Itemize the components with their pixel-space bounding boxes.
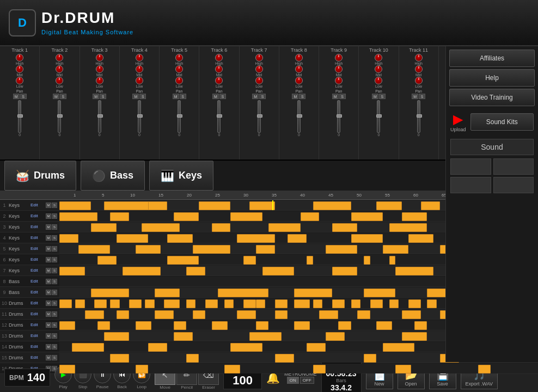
solo-btn-11[interactable]: S — [419, 94, 425, 99]
row-solo-9[interactable]: S — [52, 290, 57, 295]
block-10-7[interactable] — [164, 299, 180, 308]
block-11-3[interactable] — [155, 310, 174, 319]
block-10-9[interactable] — [205, 299, 218, 308]
metro-on[interactable]: ON — [287, 377, 299, 384]
row-mute-3[interactable]: M — [46, 224, 51, 230]
mid-knob-10[interactable] — [375, 65, 382, 73]
block-3-6[interactable] — [389, 223, 427, 232]
block-2-3[interactable] — [174, 212, 199, 221]
block-10-10[interactable] — [224, 299, 234, 308]
block-9-5[interactable] — [364, 289, 395, 297]
block-15-4[interactable] — [364, 354, 376, 363]
block-3-3[interactable] — [212, 223, 231, 232]
mute-btn-5[interactable]: M — [173, 94, 179, 99]
block-12-3[interactable] — [136, 321, 151, 330]
block-10-19[interactable] — [389, 299, 399, 308]
metro-off[interactable]: OFF — [300, 377, 314, 384]
fader-2[interactable] — [58, 100, 61, 133]
row-solo-6[interactable]: S — [52, 257, 57, 262]
seq-blocks-16[interactable] — [59, 364, 538, 373]
block-12-7[interactable] — [294, 321, 310, 330]
block-6-5[interactable] — [364, 256, 370, 265]
mid-knob-2[interactable] — [56, 65, 63, 73]
block-5-1[interactable] — [78, 245, 110, 254]
row-edit-2[interactable]: Edit — [30, 213, 46, 218]
row-mute-2[interactable]: M — [46, 213, 51, 219]
block-4-1[interactable] — [59, 234, 78, 243]
block-10-12[interactable] — [256, 299, 265, 308]
block-10-1[interactable] — [59, 299, 72, 308]
fader-10[interactable] — [377, 100, 380, 133]
row-solo-3[interactable]: S — [52, 224, 57, 230]
high-knob-6[interactable] — [215, 54, 223, 62]
block-10-18[interactable] — [370, 299, 383, 308]
block-10-16[interactable] — [332, 299, 345, 308]
row-solo-5[interactable]: S — [52, 246, 57, 252]
block-4-2[interactable] — [117, 234, 148, 243]
block-16-1[interactable] — [59, 365, 75, 373]
row-solo-2[interactable]: S — [52, 213, 57, 219]
sound-ctrl-2[interactable] — [493, 158, 534, 175]
sound-kits-button[interactable]: Sound Kits — [470, 113, 534, 131]
high-knob-11[interactable] — [415, 54, 423, 62]
block-7-1[interactable] — [59, 267, 85, 275]
mute-btn-1[interactable]: M — [13, 94, 20, 99]
block-10-17[interactable] — [351, 299, 360, 308]
high-knob-5[interactable] — [175, 54, 183, 62]
block-3-5[interactable] — [332, 223, 358, 232]
high-knob-8[interactable] — [295, 54, 303, 62]
block-16-4[interactable] — [313, 365, 326, 373]
block-11-2[interactable] — [117, 310, 129, 319]
block-10-20[interactable] — [408, 299, 421, 308]
block-9-4[interactable] — [294, 289, 332, 297]
sound-ctrl-3[interactable] — [450, 177, 491, 193]
block-15-3[interactable] — [275, 354, 294, 363]
fader-3[interactable] — [98, 100, 101, 133]
mid-knob-7[interactable] — [255, 65, 263, 73]
block-12-6[interactable] — [256, 321, 268, 330]
block-11-9[interactable] — [402, 310, 421, 319]
drums-button[interactable]: 🥁 Drums — [4, 161, 76, 191]
block-11-5[interactable] — [237, 310, 256, 319]
block-1-5[interactable] — [249, 201, 275, 210]
row-solo-12[interactable]: S — [52, 322, 57, 328]
block-1-1[interactable] — [59, 201, 91, 210]
solo-btn-4[interactable]: S — [139, 94, 146, 99]
low-knob-2[interactable] — [56, 77, 63, 84]
row-edit-14[interactable]: Edit — [30, 344, 46, 349]
block-14-2[interactable] — [148, 343, 167, 352]
block-11-4[interactable] — [193, 310, 205, 319]
block-16-6[interactable] — [478, 365, 491, 373]
block-2-2[interactable] — [110, 212, 129, 221]
block-9-2[interactable] — [155, 289, 180, 297]
row-mute-10[interactable]: M — [46, 301, 51, 306]
block-4-6[interactable] — [351, 234, 383, 243]
row-edit-13[interactable]: Edit — [30, 333, 46, 338]
fader-9[interactable] — [337, 100, 340, 133]
block-13-2[interactable] — [174, 332, 193, 341]
row-solo-14[interactable]: S — [52, 344, 57, 350]
fader-7[interactable] — [258, 100, 261, 133]
block-7-5[interactable] — [332, 267, 358, 275]
block-2-6[interactable] — [351, 212, 383, 221]
solo-btn-6[interactable]: S — [219, 94, 226, 99]
block-11-7[interactable] — [319, 310, 338, 319]
block-7-2[interactable] — [123, 267, 161, 275]
sound-ctrl-4[interactable] — [493, 177, 534, 193]
row-solo-13[interactable]: S — [52, 333, 57, 339]
block-5-5[interactable] — [326, 245, 357, 254]
row-edit-5[interactable]: Edit — [30, 246, 46, 251]
block-10-6[interactable] — [145, 299, 154, 308]
low-knob-8[interactable] — [295, 77, 303, 84]
row-edit-11[interactable]: Edit — [30, 311, 46, 316]
row-mute-15[interactable]: M — [46, 355, 51, 360]
block-11-1[interactable] — [85, 310, 104, 319]
row-mute-13[interactable]: M — [46, 333, 51, 339]
mid-knob-11[interactable] — [415, 65, 423, 73]
low-knob-6[interactable] — [215, 77, 223, 84]
video-training-button[interactable]: Video Training — [449, 89, 535, 106]
row-mute-1[interactable]: M — [46, 203, 51, 208]
block-10-4[interactable] — [110, 299, 119, 308]
mute-btn-9[interactable]: M — [332, 94, 339, 99]
block-11-8[interactable] — [357, 310, 370, 319]
